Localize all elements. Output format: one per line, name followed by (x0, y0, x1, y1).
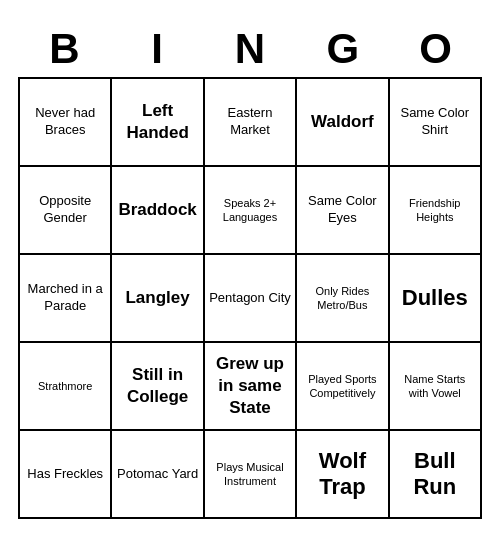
cell-3[interactable]: Waldorf (297, 79, 389, 167)
cell-0[interactable]: Never had Braces (20, 79, 112, 167)
bingo-grid: Never had Braces Left Handed Eastern Mar… (18, 77, 482, 519)
header-n: N (206, 25, 294, 73)
cell-5[interactable]: Opposite Gender (20, 167, 112, 255)
cell-4[interactable]: Same Color Shirt (390, 79, 482, 167)
cell-16[interactable]: Still in College (112, 343, 204, 431)
cell-23[interactable]: Wolf Trap (297, 431, 389, 519)
cell-9[interactable]: Friendship Heights (390, 167, 482, 255)
cell-21[interactable]: Potomac Yard (112, 431, 204, 519)
cell-2[interactable]: Eastern Market (205, 79, 297, 167)
cell-24[interactable]: Bull Run (390, 431, 482, 519)
bingo-card: B I N G O Never had Braces Left Handed E… (10, 17, 490, 527)
cell-12[interactable]: Pentagon City (205, 255, 297, 343)
header-i: I (113, 25, 201, 73)
header-b: B (20, 25, 108, 73)
cell-14[interactable]: Dulles (390, 255, 482, 343)
cell-20[interactable]: Has Freckles (20, 431, 112, 519)
header-g: G (299, 25, 387, 73)
cell-6[interactable]: Braddock (112, 167, 204, 255)
cell-17[interactable]: Grew up in same State (205, 343, 297, 431)
cell-18[interactable]: Played Sports Competitively (297, 343, 389, 431)
cell-8[interactable]: Same Color Eyes (297, 167, 389, 255)
cell-1[interactable]: Left Handed (112, 79, 204, 167)
header-o: O (392, 25, 480, 73)
bingo-header: B I N G O (18, 25, 482, 73)
cell-22[interactable]: Plays Musical Instrument (205, 431, 297, 519)
cell-11[interactable]: Langley (112, 255, 204, 343)
cell-13[interactable]: Only Rides Metro/Bus (297, 255, 389, 343)
cell-19[interactable]: Name Starts with Vowel (390, 343, 482, 431)
cell-7[interactable]: Speaks 2+ Languages (205, 167, 297, 255)
cell-15[interactable]: Strathmore (20, 343, 112, 431)
cell-10[interactable]: Marched in a Parade (20, 255, 112, 343)
